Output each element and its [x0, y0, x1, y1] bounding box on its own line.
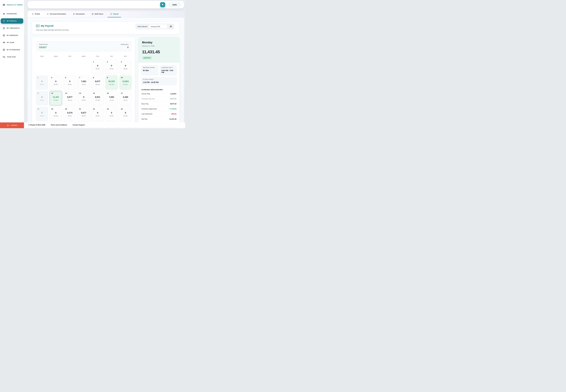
sidebar-item-my-profile[interactable]: MY PROFILE [1, 18, 23, 24]
sidebar-item-my-team[interactable]: MY TEAM [0, 40, 24, 45]
calendar-day-cell[interactable]: 200h 0m [106, 60, 117, 74]
calendar-day-cell[interactable]: 1100h 0m [36, 91, 48, 105]
day-number: 4 [37, 77, 38, 78]
tabs: Profile Personal Information Documents S… [28, 11, 184, 17]
day-number: 12 [51, 92, 53, 94]
sidebar-item-label: MY PROFILE [7, 20, 16, 22]
breakdown-row-overtime: Overtime (Approved) + 1,754.03 [141, 106, 176, 112]
day-amount: 0 [111, 112, 112, 114]
day-number: 21 [79, 108, 81, 110]
contact-support-link[interactable]: Contact Support [73, 124, 85, 126]
assigned-shift-stat: ASSIGNED SHIFT 9:00 AM - 5:00 PM [160, 65, 177, 75]
calendar-x-icon [3, 49, 5, 51]
day-hours: 7h 0m [82, 84, 86, 85]
weekday-header: TUE [64, 56, 76, 57]
user-greeting-button[interactable]: Hello [168, 2, 181, 7]
sidebar-item-my-absences[interactable]: MY ABSENCES [0, 33, 24, 38]
topbar: Hello [28, 1, 184, 8]
calendar-day-cell[interactable]: 500h 0m [50, 75, 62, 90]
day-hours: 19h 23m [109, 84, 114, 85]
terms-link[interactable]: Terms and Conditions [51, 124, 67, 126]
profile-tabs-bar: Profile Personal Information Documents S… [28, 11, 184, 17]
weekday-header-row: SUNMONTUEWEDTHUFRISAT [36, 56, 132, 57]
calendar-day-cell[interactable]: 158,9117h 52m [92, 91, 104, 105]
weekday-header: WED [78, 56, 90, 57]
day-hours: 10h 1m [68, 99, 72, 101]
stat-value: 9:00 AM - 5:00 PM [162, 70, 175, 73]
calendar-day-cell[interactable]: 300h 0m [120, 60, 132, 74]
breakdown-rows: Hourly Rate 1,210/hr Standard Day Pay 9,… [141, 91, 176, 122]
logout-button[interactable]: LOGOUT [0, 123, 24, 128]
day-number: 16 [107, 92, 109, 94]
calendar-day-cell[interactable]: 219,6778h 0m [78, 107, 90, 121]
calendar-day-cell[interactable]: 1800h 0m [36, 107, 48, 121]
calendar-day-cell[interactable]: 77,6617h 0m [78, 75, 90, 90]
clipped-calendar-row-peek [24, 127, 185, 128]
calendar-day-cell[interactable]: 1012,8539h 45m [120, 75, 132, 90]
calendar-day-cell[interactable]: 2400h 0m [120, 107, 132, 121]
user-icon [47, 13, 49, 15]
day-amount: 0 [125, 112, 126, 114]
calendar-day-cell[interactable]: 89,67710h 4m [92, 75, 104, 90]
day-hours: 0h 0m [82, 99, 86, 101]
calendar-day-cell[interactable]: 1211,4319h 28m [50, 91, 62, 105]
hamburger-menu-icon[interactable] [3, 4, 5, 6]
day-number: 1 [93, 61, 94, 63]
tab-payroll[interactable]: Payroll [110, 11, 118, 17]
day-hours: 0h 0m [96, 68, 99, 70]
sidebar-item-label: TEAM CHAT [7, 56, 16, 58]
sidebar-item-team-chat[interactable]: TEAM CHAT [0, 54, 24, 59]
day-number: 10 [121, 77, 123, 78]
sidebar-item-my-attendance[interactable]: MY ATTENDANCE [0, 47, 24, 52]
notifications-button[interactable] [160, 2, 165, 7]
copyright-text: © People At Work 2026 [28, 124, 45, 126]
tab-personal-information[interactable]: Personal Information [47, 11, 66, 17]
tab-label: Shift Hours [95, 13, 103, 15]
day-amount: 9,677 [67, 96, 72, 98]
day-amount: 8,911 [95, 96, 100, 98]
calendar-day-cell[interactable]: 172,4402h 1m [120, 91, 132, 105]
day-amount: 0 [83, 96, 84, 98]
day-hours: 0h 0m [54, 84, 58, 85]
calendar-day-cell[interactable]: 139,67710h 1m [64, 91, 76, 105]
day-amount: 9,274 [67, 112, 72, 114]
day-number: 24 [121, 108, 123, 110]
app-screen: PEOPLE AT WORK DASHBOARD MY PROFILE MY T… [0, 0, 185, 128]
selected-day-hero: Monday January 12, 2026 11,431.45 POSITI… [138, 37, 179, 63]
day-hours: 1h 51m [54, 115, 58, 117]
payroll-page: $ My Payroll View your daily earnings an… [28, 17, 184, 128]
calendar-day-cell[interactable]: 600h 0m [64, 75, 76, 90]
day-amount: 0 [41, 96, 42, 98]
breakdown-title: EARNING BREAKDOWN [141, 89, 176, 91]
day-number: 5 [51, 77, 52, 78]
sidebar-item-dashboard[interactable]: DASHBOARD [0, 11, 24, 16]
tab-profile[interactable]: Profile [32, 11, 40, 17]
calendar-day-cell[interactable]: 2300h 0m [106, 107, 117, 121]
calendar-day-cell[interactable]: 209,2748h 0m [64, 107, 76, 121]
weekday-header: SAT [120, 56, 132, 57]
day-amount: 9,677 [81, 112, 86, 114]
calendar-day-cell[interactable]: 1901h 51m [50, 107, 62, 121]
tab-documents[interactable]: Documents [73, 11, 85, 17]
payroll-header-card: $ My Payroll View your daily earnings an… [32, 22, 180, 34]
calendar-day-cell[interactable]: 167,6817h 1m [106, 91, 117, 105]
month-input[interactable] [149, 24, 167, 29]
actual-punch-stat: ACTUAL PUNCH 1:22 PM - 10:50 PM [141, 77, 177, 85]
day-number: 13 [65, 92, 67, 94]
calendar-day-cell[interactable]: 930,33319h 23m [106, 75, 117, 90]
calendar-day-cell[interactable]: 100h 0m [92, 60, 104, 74]
sidebar-item-my-timesheets[interactable]: MY TIMESHEETS [0, 26, 24, 31]
calendar-day-cell[interactable]: 1400h 0m [78, 91, 90, 105]
logout-label: LOGOUT [11, 125, 18, 126]
day-number: 9 [107, 77, 108, 78]
sidebar-item-label: MY ABSENCES [7, 35, 18, 36]
calendar-picker-button[interactable] [168, 24, 173, 29]
bell-icon [161, 3, 164, 6]
tab-label: Documents [76, 13, 85, 15]
day-number: 6 [65, 77, 66, 78]
tab-shift-hours[interactable]: Shift Hours [92, 11, 103, 17]
calendar-day-cell[interactable]: 400h 0m [36, 75, 48, 90]
sidebar-item-label: MY TEAM [7, 42, 14, 43]
calendar-day-cell[interactable]: 2200h 0m [92, 107, 104, 121]
working-hours-stat: WORKING HOURS 9h 28m [141, 65, 158, 75]
